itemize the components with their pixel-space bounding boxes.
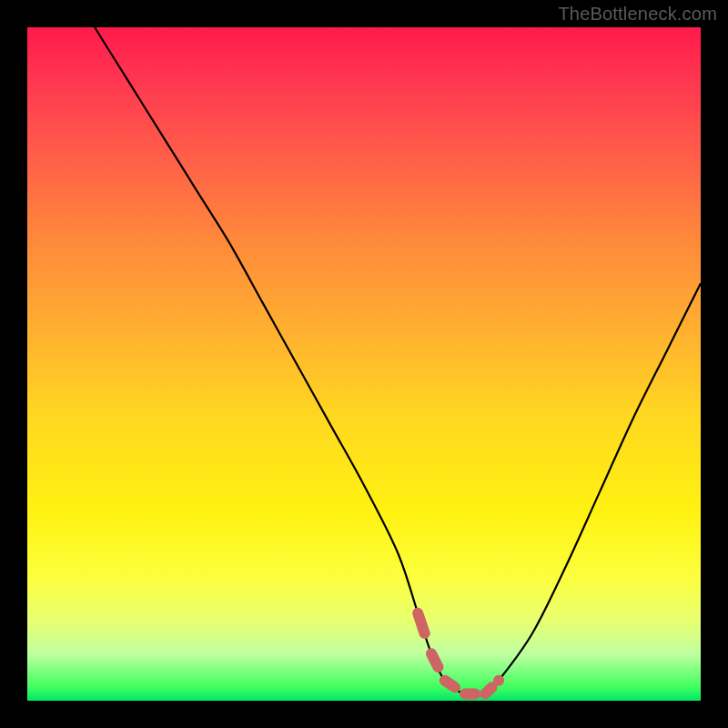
bottleneck-curve-path — [95, 27, 701, 695]
watermark-text: TheBottleneck.com — [558, 4, 717, 25]
highlight-region-path — [418, 613, 499, 694]
bottleneck-curve-svg — [27, 27, 701, 701]
chart-plot-area — [27, 27, 701, 701]
